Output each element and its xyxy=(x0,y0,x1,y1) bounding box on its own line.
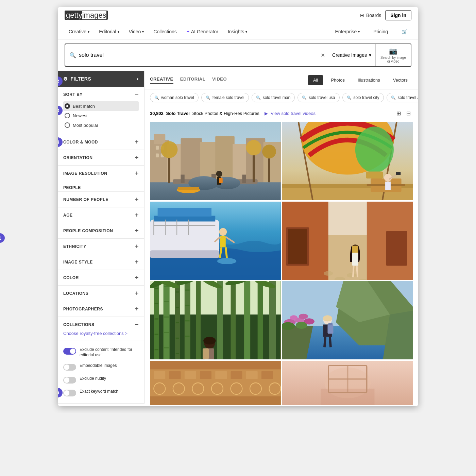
toggle-exclude-editorial[interactable] xyxy=(63,348,76,355)
toggle-embeddable: Embeddable images xyxy=(63,360,139,373)
sort-most-popular[interactable]: Most popular xyxy=(63,120,139,130)
tab-creative[interactable]: CREATIVE xyxy=(150,76,173,84)
search-icon: 🔍 xyxy=(69,52,76,58)
suggestion-woman-solo[interactable]: 🔍 woman solo travel xyxy=(150,93,199,102)
suggestion-solo-airport[interactable]: 🔍 solo travel airport xyxy=(387,93,418,102)
step-badge-3: 3 xyxy=(58,106,63,115)
toggle-embeddable-images[interactable] xyxy=(63,364,76,371)
svg-rect-103 xyxy=(185,305,189,306)
image-card-bottom1[interactable] xyxy=(150,361,281,405)
color-header[interactable]: COLOR + xyxy=(63,274,139,281)
browser-window: gettyimages ⊞ Boards Sign in Creative ▾ … xyxy=(58,7,418,406)
chevron-down-icon: ▾ xyxy=(369,52,371,58)
suggestion-solo-man[interactable]: 🔍 solo travel man xyxy=(252,93,295,102)
image-card-boat[interactable] xyxy=(150,202,281,280)
type-vectors-button[interactable]: Vectors xyxy=(388,75,413,85)
search-bar: 1 🔍 ✕ Creative Images ▾ 📷 Search by imag… xyxy=(65,44,411,67)
sidebar: 2 ⚙ FILTERS ‹ 3 SORT BY − xyxy=(58,71,144,404)
sort-best-match[interactable]: Best match xyxy=(63,101,139,111)
grid-view-button[interactable]: ⊞ xyxy=(394,109,403,118)
image-card-bamboo[interactable] xyxy=(150,281,281,359)
type-photos-button[interactable]: Photos xyxy=(326,75,350,85)
svg-rect-29 xyxy=(168,158,170,183)
plus-icon: + xyxy=(135,305,139,312)
nav-item-pricing[interactable]: Pricing xyxy=(369,24,392,39)
nav-item-collections[interactable]: Collections xyxy=(149,24,181,39)
collections-header[interactable]: COLLECTIONS − xyxy=(63,321,139,328)
svg-rect-84 xyxy=(155,288,158,289)
nav-item-creative[interactable]: Creative ▾ xyxy=(65,24,94,39)
age-header[interactable]: AGE + xyxy=(63,211,139,219)
royalty-free-link[interactable]: Choose royalty-free collections > xyxy=(63,331,139,336)
logo[interactable]: gettyimages xyxy=(65,11,108,20)
people-composition-header[interactable]: PEOPLE COMPOSITION + xyxy=(63,227,139,234)
type-illustrations-button[interactable]: Illustrations xyxy=(353,75,385,85)
search-icon: 🔍 xyxy=(302,96,307,100)
list-view-button[interactable]: ⊟ xyxy=(404,109,413,118)
suggestion-solo-city[interactable]: 🔍 solo travel city xyxy=(342,93,384,102)
svg-point-62 xyxy=(217,258,237,264)
search-clear-button[interactable]: ✕ xyxy=(318,52,328,58)
ethnicity-header[interactable]: ETHNICITY + xyxy=(63,243,139,250)
sidebar-wrapper: 2 ⚙ FILTERS ‹ 3 SORT BY − xyxy=(58,71,144,406)
image-card-hotair[interactable] xyxy=(282,122,413,200)
sort-newest[interactable]: Newest xyxy=(63,111,139,120)
svg-line-140 xyxy=(324,337,325,347)
locations-header[interactable]: LOCATIONS + xyxy=(63,290,139,297)
toggle-exact-keyword: 5 Exact keyword match xyxy=(63,386,139,399)
chevron-down-icon: ▾ xyxy=(88,30,89,34)
search-type-selector[interactable]: Creative Images ▾ xyxy=(328,52,375,58)
search-input-wrap: 1 🔍 xyxy=(65,49,318,62)
nav-item-editorial[interactable]: Editorial ▾ xyxy=(95,24,123,39)
type-all-button[interactable]: All xyxy=(308,75,323,85)
image-card-bottom2[interactable] xyxy=(282,361,413,405)
chevron-down-icon: ▾ xyxy=(358,30,360,34)
color-mood-section: 4 COLOR & MOOD + xyxy=(58,134,144,150)
svg-rect-105 xyxy=(185,336,189,337)
svg-rect-99 xyxy=(176,338,179,339)
view-videos-link[interactable]: ▶ View solo travel videos xyxy=(265,111,316,116)
ethnicity-section: ETHNICITY + xyxy=(58,239,144,254)
image-boat xyxy=(150,202,281,280)
nav-item-ai-generator[interactable]: ✦ AI Generator xyxy=(182,24,222,39)
toggle-exclude-nudity[interactable] xyxy=(63,377,76,384)
color-mood-header[interactable]: COLOR & MOOD + xyxy=(63,138,139,146)
nav-item-video[interactable]: Video ▾ xyxy=(125,24,148,39)
image-resolution-header[interactable]: IMAGE RESOLUTION + xyxy=(63,170,139,177)
boards-button[interactable]: ⊞ Boards xyxy=(360,13,381,18)
toggle-exact-keyword-match[interactable] xyxy=(63,390,76,396)
photographers-header[interactable]: PHOTOGRAPHERS + xyxy=(63,305,139,312)
svg-point-38 xyxy=(355,126,393,173)
svg-line-80 xyxy=(357,266,357,277)
search-bar-area: 1 🔍 ✕ Creative Images ▾ 📷 Search by imag… xyxy=(58,39,418,71)
svg-rect-121 xyxy=(203,348,209,359)
tab-editorial[interactable]: EDITORIAL xyxy=(180,76,205,84)
image-card-coastal[interactable] xyxy=(282,281,413,359)
nav-item-enterprise[interactable]: Enterprise ▾ xyxy=(331,24,364,39)
suggestion-female-solo[interactable]: 🔍 female solo travel xyxy=(201,93,249,102)
svg-point-26 xyxy=(161,141,178,158)
svg-rect-143 xyxy=(150,361,281,369)
svg-rect-111 xyxy=(269,281,276,359)
cart-icon[interactable]: 🛒 xyxy=(397,24,411,39)
sort-by-header[interactable]: SORT BY − xyxy=(63,91,139,98)
tabs-right: All Photos Illustrations Vectors xyxy=(308,75,413,85)
svg-rect-31 xyxy=(268,158,270,182)
number-of-people-section: NUMBER OF PEOPLE + xyxy=(58,192,144,207)
svg-rect-12 xyxy=(156,153,159,157)
sign-in-button[interactable]: Sign in xyxy=(385,10,411,20)
search-by-image-button[interactable]: 📷 Search by imageor video xyxy=(375,44,411,66)
number-of-people-header[interactable]: NUMBER OF PEOPLE + xyxy=(63,196,139,203)
nav-item-insights[interactable]: Insights ▾ xyxy=(224,24,251,39)
image-card-alley[interactable] xyxy=(282,202,413,280)
image-style-header[interactable]: IMAGE STYLE + xyxy=(63,258,139,266)
image-card-amsterdam[interactable] xyxy=(150,122,281,200)
svg-rect-83 xyxy=(154,281,159,359)
sidebar-header: ⚙ FILTERS ‹ xyxy=(58,71,144,87)
tab-video[interactable]: VIDEO xyxy=(212,76,227,84)
sidebar-collapse-button[interactable]: ‹ xyxy=(137,76,139,82)
search-input[interactable] xyxy=(79,49,314,62)
orientation-header[interactable]: ORIENTATION + xyxy=(63,154,139,161)
suggestion-solo-usa[interactable]: 🔍 solo travel usa xyxy=(298,93,339,102)
svg-rect-18 xyxy=(242,175,246,183)
